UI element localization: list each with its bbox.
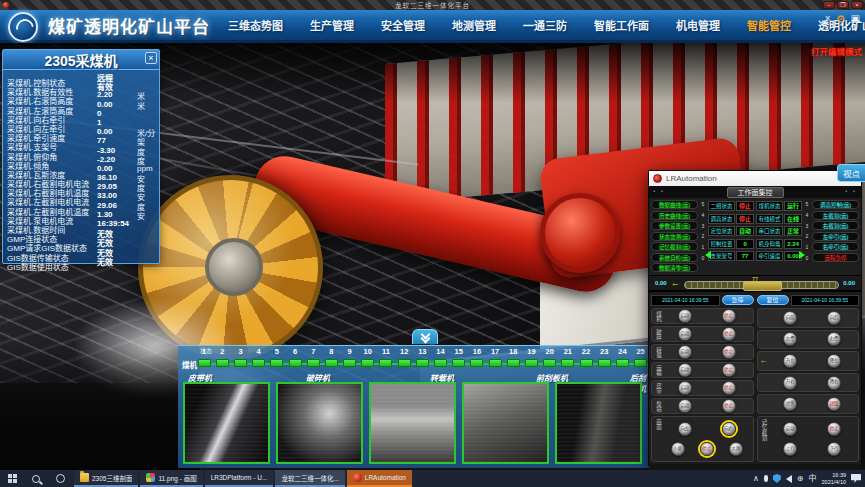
collapse-strip-button[interactable] <box>412 329 438 344</box>
round-control-button[interactable]: 停止 <box>827 422 841 436</box>
remote-function-button[interactable]: 系统自检(远) <box>651 253 698 262</box>
menu-item[interactable]: 生产管理 <box>310 17 354 33</box>
round-control-button[interactable]: 左牵 <box>783 332 797 346</box>
taskbar-task[interactable]: LR3DPlatform - U... <box>205 470 274 487</box>
maximize-button[interactable]: ❒ <box>837 1 849 9</box>
camera-thumbnail[interactable] <box>183 382 270 464</box>
round-control-button[interactable]: 右牵 <box>827 332 841 346</box>
support-cell[interactable]: 19 <box>522 347 540 367</box>
remote-function-button[interactable]: 右牵引(远) <box>812 242 859 251</box>
round-control-button[interactable]: 大屏 <box>729 442 743 456</box>
gear-icon[interactable]: ⚙ <box>836 13 846 25</box>
support-cell[interactable]: 25 <box>632 347 650 367</box>
round-control-button[interactable]: 启动 <box>678 399 692 413</box>
support-cell[interactable]: 7 <box>304 347 322 367</box>
network-globe-icon[interactable]: ⊕ <box>797 474 804 484</box>
support-cell[interactable]: 21 <box>559 347 577 367</box>
open-edit-mode-button[interactable]: 打开编辑模式 <box>811 45 862 57</box>
support-cell[interactable]: 4 <box>250 347 268 367</box>
menu-item[interactable]: 一通三防 <box>523 17 567 33</box>
support-cell[interactable]: 12 <box>395 347 413 367</box>
support-cell[interactable]: 16 <box>468 347 486 367</box>
remote-function-button[interactable]: 记忆截割(远) <box>651 242 698 251</box>
reset-button[interactable]: 复位 <box>757 295 789 305</box>
support-cell[interactable]: 1 <box>195 347 213 367</box>
notification-center-icon[interactable] <box>851 474 861 483</box>
round-control-button[interactable]: 闭锁 <box>827 397 841 411</box>
round-control-button[interactable]: 下行 <box>827 442 841 456</box>
support-cell[interactable]: 8 <box>322 347 340 367</box>
menu-item[interactable]: 机电管理 <box>676 17 720 33</box>
round-control-button[interactable]: 上行 <box>783 442 797 456</box>
close-icon[interactable]: × <box>145 52 157 64</box>
remote-function-button[interactable]: 状态监测(远) <box>651 232 698 241</box>
round-control-button[interactable]: 向右 <box>722 422 736 436</box>
camera-thumbnail[interactable] <box>276 382 363 464</box>
round-control-button[interactable]: 启动 <box>678 345 692 359</box>
support-cell[interactable]: 18 <box>504 347 522 367</box>
taskbar-search-button[interactable] <box>24 470 48 487</box>
remote-function-button[interactable]: 数据曲线(远) <box>651 200 698 209</box>
microphone-icon[interactable] <box>764 475 768 482</box>
round-control-button[interactable]: 启动 <box>783 422 797 436</box>
support-cell[interactable]: 14 <box>431 347 449 367</box>
support-cell[interactable]: 22 <box>577 347 595 367</box>
menu-item[interactable]: 智能工作面 <box>594 17 649 33</box>
support-cell[interactable]: 9 <box>341 347 359 367</box>
support-cell[interactable]: 20 <box>541 347 559 367</box>
speaker-icon[interactable] <box>786 475 792 483</box>
start-button[interactable] <box>0 470 24 487</box>
remote-function-button[interactable]: 参数设置(远) <box>651 221 698 230</box>
round-control-button[interactable]: 启动 <box>678 381 692 395</box>
ime-indicator[interactable]: 中 <box>809 474 817 484</box>
remote-function-button[interactable]: 数据清零(远) <box>651 263 698 272</box>
support-cell[interactable]: 11 <box>377 347 395 367</box>
defender-shield-icon[interactable] <box>773 474 781 483</box>
camera-thumbnail[interactable] <box>462 382 549 464</box>
remote-function-button[interactable]: 左截割(远) <box>812 211 859 220</box>
tab-workface-control[interactable]: 工作面集控 <box>727 187 784 198</box>
support-cell[interactable]: 3 <box>231 347 249 367</box>
menu-item[interactable]: 智能管控 <box>747 17 791 33</box>
close-button[interactable]: × <box>851 1 863 9</box>
round-control-button[interactable]: 停止 <box>722 345 736 359</box>
position-slider[interactable] <box>684 281 840 289</box>
window-mode-icon[interactable]: ▣ <box>851 13 860 25</box>
support-cell[interactable]: 23 <box>595 347 613 367</box>
menu-item[interactable]: 地测管理 <box>452 17 496 33</box>
remote-function-button[interactable]: 远程急停 <box>812 253 859 262</box>
support-cell[interactable]: 2 <box>213 347 231 367</box>
menu-item[interactable]: 安全管理 <box>381 17 425 33</box>
round-control-button[interactable]: 向后 <box>827 311 841 325</box>
round-control-button[interactable]: 小屏 <box>671 442 685 456</box>
round-control-button[interactable]: 停止 <box>722 381 736 395</box>
remote-function-button[interactable]: 历史曲线(远) <box>651 211 698 220</box>
round-control-button[interactable]: 向左 <box>678 422 692 436</box>
taskbar-task[interactable]: 11.png - 画图 <box>140 470 202 487</box>
cortana-button[interactable] <box>48 470 72 487</box>
round-control-button[interactable]: 停止 <box>722 327 736 341</box>
round-control-button[interactable]: 启动 <box>678 327 692 341</box>
tray-expand-chevron-icon[interactable]: ∧ <box>753 474 759 484</box>
round-control-button[interactable]: 升左 <box>783 354 797 368</box>
camera-thumbnail[interactable] <box>555 382 642 464</box>
estop-button[interactable]: 急停 <box>722 295 754 305</box>
viewpoint-tab[interactable]: 视点 <box>837 164 865 182</box>
clock[interactable]: 16:39 2021/4/10 <box>822 472 846 485</box>
taskbar-task[interactable]: 2305三维剖面 <box>74 470 138 487</box>
lrautomation-titlebar[interactable]: LRAutomation × <box>649 171 861 186</box>
round-control-button[interactable]: 停止 <box>700 442 714 456</box>
support-cell[interactable]: 6 <box>286 347 304 367</box>
support-cell[interactable]: 15 <box>450 347 468 367</box>
round-control-button[interactable]: 降左 <box>827 354 841 368</box>
round-control-button[interactable]: 启动 <box>678 363 692 377</box>
remote-function-button[interactable]: 右截割(远) <box>812 221 859 230</box>
round-control-button[interactable]: 向前 <box>783 311 797 325</box>
round-control-button[interactable]: 停止 <box>722 399 736 413</box>
taskbar-task[interactable]: 龙软二三维一体化... <box>275 470 344 487</box>
round-control-button[interactable]: 停止 <box>722 309 736 323</box>
round-control-button[interactable]: 升右 <box>783 376 797 390</box>
round-control-button[interactable]: 喷雾 <box>783 397 797 411</box>
support-cell[interactable]: 10 <box>359 347 377 367</box>
round-control-button[interactable]: 启动 <box>678 309 692 323</box>
